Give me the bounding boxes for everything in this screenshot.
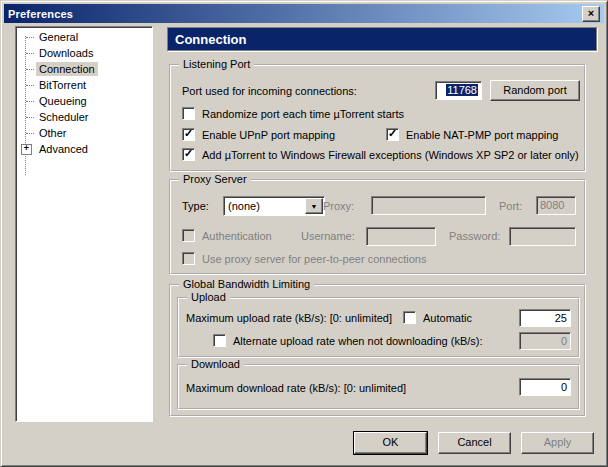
proxy-username-label: Username: — [301, 230, 355, 242]
expand-icon[interactable]: + — [21, 144, 32, 155]
incoming-port-value: 11768 — [446, 84, 478, 96]
close-icon: × — [588, 7, 594, 19]
sidebar-item-label: Advanced — [36, 142, 91, 156]
natpmp-checkbox[interactable]: ✓ — [386, 128, 399, 141]
incoming-port-label: Port used for incoming connections: — [182, 85, 357, 97]
ok-button[interactable]: OK — [354, 432, 427, 454]
proxy-port-field: 8080 — [536, 196, 576, 215]
max-upload-label: Maximum upload rate (kB/s): [0: unlimite… — [186, 312, 392, 324]
cancel-button[interactable]: Cancel — [438, 432, 511, 454]
firewall-checkbox[interactable]: ✓ — [182, 148, 195, 161]
sidebar-item-label: Scheduler — [36, 110, 92, 124]
upnp-label[interactable]: Enable UPnP port mapping — [202, 129, 335, 141]
sidebar-item-advanced[interactable]: + Advanced — [18, 141, 150, 157]
close-button[interactable]: × — [582, 6, 600, 22]
sidebar-item-other[interactable]: Other — [18, 125, 150, 141]
check-icon: ✓ — [183, 147, 194, 160]
randomize-port-checkbox[interactable]: ✓ — [182, 107, 195, 120]
sidebar-item-label: Other — [36, 126, 70, 140]
title-bar[interactable]: Preferences × — [4, 4, 604, 23]
window-title: Preferences — [4, 8, 73, 20]
automatic-upload-checkbox[interactable]: ✓ — [403, 311, 416, 324]
randomize-port-label[interactable]: Randomize port each time µTorrent starts — [202, 108, 404, 120]
automatic-upload-label[interactable]: Automatic — [423, 312, 472, 324]
proxy-host-label: Proxy: — [323, 200, 354, 212]
upload-legend: Upload — [187, 291, 230, 303]
proxy-p2p-checkbox: ✓ — [182, 252, 195, 265]
sidebar-item-label: BitTorrent — [36, 78, 89, 92]
natpmp-label[interactable]: Enable NAT-PMP port mapping — [406, 129, 558, 141]
sidebar-item-bittorrent[interactable]: BitTorrent — [18, 77, 150, 93]
settings-tree: General Downloads Connection BitTorrent … — [15, 26, 153, 422]
max-upload-field[interactable]: 25 — [519, 309, 571, 327]
sidebar-item-connection[interactable]: Connection — [18, 61, 150, 77]
proxy-server-legend: Proxy Server — [179, 173, 251, 185]
proxy-type-select[interactable]: (none) ▼ — [223, 196, 325, 216]
sidebar-item-label: Queueing — [36, 94, 90, 108]
proxy-auth-label: Authentication — [202, 230, 272, 242]
proxy-password-field — [509, 227, 576, 246]
max-download-label: Maximum download rate (kB/s): [0: unlimi… — [186, 382, 406, 394]
incoming-port-field[interactable]: 11768 — [435, 81, 482, 100]
sidebar-item-scheduler[interactable]: Scheduler — [18, 109, 150, 125]
check-icon: ✓ — [183, 127, 194, 140]
page-title: Connection — [167, 27, 597, 51]
download-legend: Download — [187, 358, 244, 370]
proxy-password-label: Password: — [449, 230, 500, 242]
sidebar-item-label: General — [36, 30, 81, 44]
alternate-upload-field: 0 — [519, 332, 571, 350]
proxy-type-value: (none) — [228, 200, 260, 212]
sidebar-item-general[interactable]: General — [18, 29, 150, 45]
max-download-field[interactable]: 0 — [519, 378, 571, 396]
upnp-checkbox[interactable]: ✓ — [182, 128, 195, 141]
preferences-dialog: Preferences × General Downloads Connecti… — [0, 0, 608, 467]
random-port-button[interactable]: Random port — [490, 80, 580, 101]
proxy-port-label: Port: — [499, 200, 522, 212]
listening-port-legend: Listening Port — [179, 58, 254, 70]
proxy-type-label: Type: — [182, 200, 209, 212]
bandwidth-legend: Global Bandwidth Limiting — [179, 278, 314, 290]
sidebar-item-label: Connection — [36, 62, 98, 76]
sidebar-item-queueing[interactable]: Queueing — [18, 93, 150, 109]
sidebar-item-downloads[interactable]: Downloads — [18, 45, 150, 61]
check-icon: ✓ — [387, 127, 398, 140]
proxy-p2p-label: Use proxy server for peer-to-peer connec… — [202, 253, 426, 265]
proxy-host-field — [371, 196, 486, 215]
apply-button: Apply — [521, 432, 594, 454]
proxy-username-field — [366, 227, 436, 246]
sidebar-item-label: Downloads — [36, 46, 96, 60]
firewall-label[interactable]: Add µTorrent to Windows Firewall excepti… — [202, 149, 579, 161]
proxy-auth-checkbox: ✓ — [182, 229, 195, 242]
alternate-upload-checkbox[interactable]: ✓ — [213, 334, 226, 347]
chevron-down-icon[interactable]: ▼ — [305, 198, 323, 214]
alternate-upload-label[interactable]: Alternate upload rate when not downloadi… — [233, 335, 483, 347]
